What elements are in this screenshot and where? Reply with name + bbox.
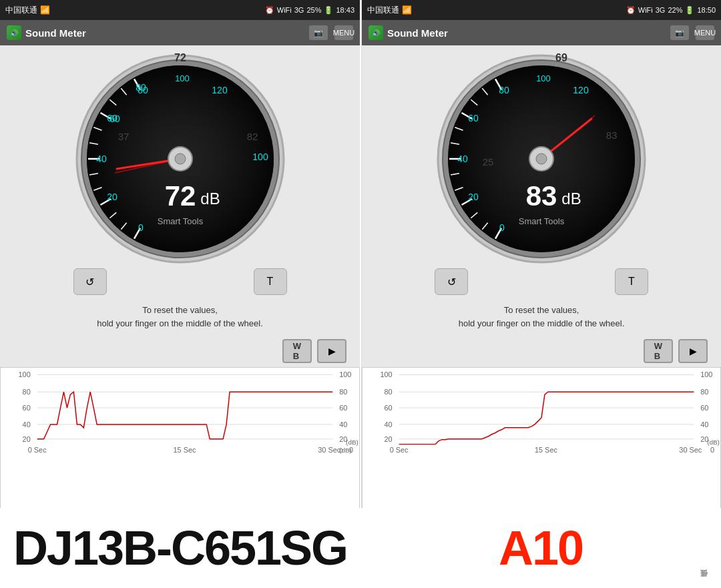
svg-text:100: 100 (536, 73, 551, 83)
right-alarm-icon: ⏰ (626, 6, 636, 15)
svg-text:0: 0 (710, 446, 714, 454)
svg-text:100: 100 (700, 370, 712, 378)
left-header-left: 🔊 Sound Meter (7, 25, 86, 40)
svg-text:60: 60 (385, 404, 393, 412)
scale-40: 40 (96, 154, 107, 164)
left-wb-play-row: WB ▶ (0, 335, 360, 367)
right-peak-label: 69 (555, 52, 567, 63)
svg-text:0: 0 (499, 222, 505, 233)
right-min-label: 25 (483, 156, 494, 168)
svg-text:60: 60 (339, 404, 347, 412)
right-time: 18:50 (697, 6, 716, 14)
svg-text:40: 40 (700, 420, 708, 428)
right-gauge-area: 0 20 40 60 80 100 120 (362, 45, 721, 298)
right-app-title: Sound Meter (387, 27, 448, 39)
svg-rect-18 (130, 82, 244, 122)
svg-text:100: 100 (339, 370, 351, 378)
right-app-header: 🔊 Sound Meter 📷 MENU (362, 20, 721, 45)
left-menu-btn[interactable]: MENU (334, 25, 353, 40)
left-camera-icon[interactable]: 📷 (309, 25, 328, 40)
right-chart-svg: 100 80 60 40 20 100 80 60 40 20 (dB) 0 0… (363, 368, 720, 455)
right-wb-btn[interactable]: WB (644, 339, 673, 363)
svg-text:60: 60 (23, 404, 31, 412)
left-app-title: Sound Meter (25, 27, 86, 39)
left-play-btn[interactable]: ▶ (317, 339, 346, 363)
right-max-label: 83 (606, 129, 618, 141)
left-device-label: DJ13B-C651SG (13, 521, 347, 575)
left-gauge-container: 0 20 40 60 80 100 (73, 52, 287, 266)
svg-text:20: 20 (468, 192, 479, 202)
svg-text:(dB): (dB) (707, 438, 720, 446)
svg-rect-66 (363, 368, 720, 454)
svg-text:80: 80 (499, 85, 509, 95)
left-gauge-area: 0 20 40 60 80 100 (0, 45, 360, 298)
left-gauge-svg: 0 20 40 60 80 100 (73, 52, 287, 266)
right-menu-btn[interactable]: MENU (696, 25, 714, 40)
right-gauge-container: 0 20 40 60 80 100 120 (435, 52, 648, 266)
scale-60-fix: 60 (109, 113, 120, 124)
svg-text:0: 0 (349, 446, 353, 454)
right-reset-btn[interactable]: ↺ (435, 268, 468, 295)
right-carrier: 中国联通 (367, 5, 399, 16)
left-instructions: To reset the values, hold your finger on… (0, 298, 360, 335)
right-battery-icon: 🔋 (685, 6, 694, 15)
right-db-unit: dB (561, 190, 581, 208)
svg-text:0 Sec: 0 Sec (28, 446, 47, 454)
right-battery: 22% (668, 6, 682, 14)
svg-text:40: 40 (339, 420, 347, 428)
right-signal-icon: 📶 (402, 5, 412, 15)
left-reset-btn[interactable]: ↺ (73, 268, 107, 295)
svg-text:40: 40 (23, 420, 31, 428)
right-header-left: 🔊 Sound Meter (369, 25, 448, 40)
svg-text:15 Sec: 15 Sec (173, 446, 196, 454)
right-carrier-info: 中国联通 📶 (367, 5, 412, 16)
left-wb-btn[interactable]: WB (282, 339, 312, 363)
svg-text:120: 120 (573, 85, 589, 95)
svg-text:100: 100 (380, 370, 392, 378)
right-play-btn[interactable]: ▶ (678, 339, 708, 363)
svg-text:20: 20 (23, 435, 31, 443)
svg-text:60: 60 (468, 113, 479, 123)
svg-text:15 Sec: 15 Sec (535, 446, 558, 454)
left-app-icon: 🔊 (7, 25, 21, 40)
center-knob-inner-right (536, 154, 547, 164)
left-chart-svg: 100 80 60 40 20 100 80 60 40 20 (dB) 0 (… (1, 368, 359, 455)
left-battery-icon: 🔋 (324, 6, 333, 15)
left-wifi-icon: WiFi (277, 6, 292, 14)
svg-text:(dB): (dB) (346, 438, 358, 446)
scale-100-fix: 100 (175, 73, 190, 83)
right-text-btn[interactable]: T (615, 268, 648, 295)
left-carrier-info: 中国联通 📶 (5, 5, 50, 16)
svg-rect-19 (1, 368, 359, 454)
left-gauge-buttons: ↺ T (73, 268, 287, 295)
left-signal-3g: 3G (294, 6, 304, 14)
svg-text:60: 60 (700, 404, 708, 412)
right-device-label: A10 (499, 521, 583, 575)
left-signal-icon: 📶 (40, 5, 50, 15)
right-header-icons: 📷 MENU (670, 25, 714, 40)
right-gauge-buttons: ↺ T (435, 268, 648, 295)
center-knob-inner-left (175, 154, 186, 164)
right-db-value: 83 (526, 180, 557, 212)
left-alarm-icon: ⏰ (265, 6, 274, 15)
left-instruction-line2: hold your finger on the middle of the wh… (97, 318, 263, 328)
svg-text:20: 20 (385, 435, 393, 443)
svg-text:40: 40 (385, 420, 393, 428)
right-gauge-svg: 0 20 40 60 80 100 120 (435, 52, 648, 266)
left-phone-panel: 中国联通 📶 ⏰ WiFi 3G 25% 🔋 18:43 🔊 Sound Met… (0, 0, 360, 588)
svg-text:80: 80 (385, 388, 393, 396)
svg-text:0 Sec: 0 Sec (390, 446, 409, 454)
right-status-right: ⏰ WiFi 3G 22% 🔋 18:50 (626, 6, 716, 15)
left-db-unit: dB (200, 190, 220, 208)
left-db-value: 72 (164, 180, 196, 212)
right-status-bar: 中国联通 📶 ⏰ WiFi 3G 22% 🔋 18:50 (362, 0, 721, 20)
left-status-right: ⏰ WiFi 3G 25% 🔋 18:43 (265, 6, 354, 15)
svg-text:80: 80 (23, 388, 31, 396)
left-text-btn[interactable]: T (254, 268, 287, 295)
bottom-labels-bar: DJ13B-C651SG A10 值什么值得买 (0, 508, 721, 588)
scale-0: 0 (138, 222, 144, 233)
right-camera-icon[interactable]: 📷 (670, 25, 689, 40)
right-app-icon: 🔊 (369, 25, 383, 40)
svg-text:100: 100 (19, 370, 31, 378)
scale-100: 100 (252, 152, 268, 162)
